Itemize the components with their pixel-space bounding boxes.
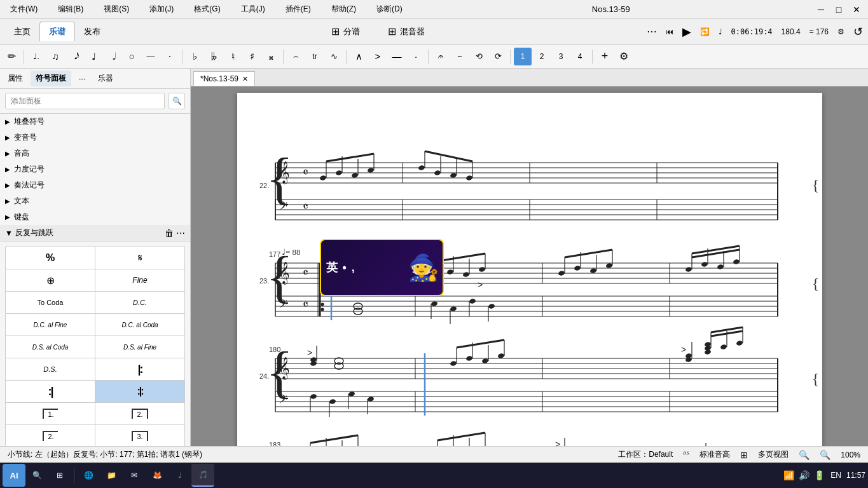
- turn-button[interactable]: ∿: [325, 48, 343, 65]
- doc-tab-close-button[interactable]: ✕: [242, 75, 248, 83]
- double-sharp-button[interactable]: 𝄪: [262, 48, 280, 65]
- score-area[interactable]: 英•, 🧙 22. 23. 24. 25.: [191, 86, 868, 446]
- volume-tray-icon[interactable]: 🔊: [797, 469, 810, 482]
- note-eighth-button[interactable]: ♫: [46, 48, 64, 65]
- app-mail[interactable]: ✉: [123, 464, 146, 487]
- fermata-button[interactable]: 𝄐: [432, 48, 450, 65]
- menu-edit[interactable]: 编辑(B): [53, 3, 88, 16]
- voice4-button[interactable]: 4: [571, 48, 589, 65]
- section-text[interactable]: ▶ 文本: [0, 193, 190, 209]
- maximize-button[interactable]: □: [832, 3, 845, 16]
- section-keyboard[interactable]: ▶ 键盘: [0, 209, 190, 225]
- section-stacked[interactable]: ▶ 堆叠符号: [0, 114, 190, 130]
- to-coda-symbol[interactable]: To Coda: [6, 292, 95, 313]
- menu-view[interactable]: 视图(S): [99, 3, 134, 16]
- toolbar-settings-button[interactable]: ⚙: [615, 48, 633, 65]
- menu-add[interactable]: 添加(J): [144, 3, 179, 16]
- section-articulations[interactable]: ▶ 奏法记号: [0, 177, 190, 193]
- menu-diag[interactable]: 诊断(D): [371, 3, 408, 16]
- tab-properties[interactable]: 属性: [3, 71, 28, 86]
- sharp-button[interactable]: ♯: [243, 48, 261, 65]
- volta-1a-symbol[interactable]: 1.: [6, 403, 95, 424]
- tab-home[interactable]: 主页: [5, 22, 39, 41]
- note-half-button[interactable]: 𝅗𝅥: [104, 48, 121, 65]
- ds-al-coda-symbol[interactable]: D.S. al Coda: [6, 336, 95, 358]
- minimize-button[interactable]: ─: [815, 3, 827, 16]
- repeat-end-start-symbol[interactable]: :|:: [95, 381, 184, 402]
- note-16th-button[interactable]: 𝅘𝅥𝅯: [65, 48, 83, 65]
- tenuto-button[interactable]: —: [388, 48, 406, 65]
- close-button[interactable]: ✕: [850, 3, 863, 16]
- ds-al-fine-symbol[interactable]: D.S. al Fine: [95, 336, 184, 358]
- note-whole-button[interactable]: ○: [123, 48, 141, 65]
- rest-button[interactable]: —: [142, 48, 160, 65]
- battery-tray-icon[interactable]: 🔋: [813, 469, 825, 482]
- add-button[interactable]: +: [596, 48, 614, 65]
- repeat-end-symbol[interactable]: :|: [6, 381, 95, 402]
- doc-tab-active[interactable]: *Nos.13-59 ✕: [193, 71, 255, 86]
- repeat-start-symbol[interactable]: |:: [95, 358, 184, 380]
- language-indicator[interactable]: EN: [828, 471, 844, 480]
- staccato-button[interactable]: ·: [407, 48, 425, 65]
- coda-symbol[interactable]: ⊕: [6, 269, 95, 291]
- mirror-button[interactable]: ⟳: [489, 48, 507, 65]
- trill-button[interactable]: tr: [306, 48, 324, 65]
- loop-icon[interactable]: 🔁: [700, 27, 710, 36]
- tab-instruments[interactable]: 乐器: [93, 71, 118, 86]
- tab-score[interactable]: 乐谱: [39, 22, 75, 41]
- network-tray-icon[interactable]: 📶: [782, 469, 795, 482]
- note-dotted-button[interactable]: ♩.: [27, 48, 45, 65]
- section-repeat-header[interactable]: ▼ 反复与跳跃 🗑 ⋯: [0, 225, 190, 241]
- panel-search-button[interactable]: 🔍: [169, 93, 185, 109]
- menu-plugins[interactable]: 插件(E): [280, 3, 316, 16]
- section-pitch[interactable]: ▶ 音高: [0, 146, 190, 161]
- section-options-button[interactable]: ⋯: [176, 228, 185, 238]
- panel-search-input[interactable]: [5, 93, 165, 109]
- voice3-button[interactable]: 3: [552, 48, 570, 65]
- tab-more-panels[interactable]: ···: [74, 72, 90, 86]
- volta-2-alt-symbol[interactable]: 2.: [6, 425, 95, 446]
- start-button[interactable]: AI: [3, 464, 25, 487]
- app-musescore[interactable]: ♩: [169, 464, 191, 487]
- menu-help[interactable]: 帮助(Z): [326, 3, 361, 16]
- volta-3-symbol[interactable]: 3.: [95, 425, 184, 446]
- undo-button[interactable]: ↺: [853, 25, 863, 39]
- dc-symbol[interactable]: D.C.: [95, 292, 184, 313]
- double-flat-button[interactable]: 𝄫: [205, 48, 223, 65]
- mixer-button[interactable]: ⊞ 混音器: [380, 23, 432, 40]
- menu-tools[interactable]: 工具(J): [236, 3, 270, 16]
- voice2-button[interactable]: 2: [533, 48, 551, 65]
- voice1-button[interactable]: 1: [514, 48, 532, 65]
- section-dynamics[interactable]: ▶ 力度记号: [0, 161, 190, 177]
- arpeggio-button[interactable]: ~: [451, 48, 469, 65]
- double-segno-symbol[interactable]: 𝄋: [95, 247, 184, 269]
- delete-section-button[interactable]: 🗑: [165, 228, 174, 238]
- settings-icon[interactable]: ⚙: [837, 27, 844, 36]
- volta-2-symbol[interactable]: 2.: [95, 403, 184, 424]
- dc-al-fine-symbol[interactable]: D.C. al Fine: [6, 314, 95, 336]
- taskview-button[interactable]: ⊞: [48, 464, 71, 487]
- app-explorer[interactable]: 📁: [100, 464, 123, 487]
- dc-al-coda-symbol[interactable]: D.C. al Coda: [95, 314, 184, 336]
- slur-button[interactable]: ⌢: [287, 48, 305, 65]
- section-accidentals[interactable]: ▶ 变音号: [0, 130, 190, 146]
- score-parts-button[interactable]: ⊞ 分谱: [324, 23, 368, 40]
- segno-symbol[interactable]: %: [6, 247, 95, 269]
- fine-symbol[interactable]: Fine: [95, 269, 184, 291]
- ds-symbol[interactable]: D.S.: [6, 358, 95, 380]
- menu-format[interactable]: 格式(G): [189, 3, 225, 16]
- app-active[interactable]: 🎵: [191, 464, 214, 487]
- rewind-icon[interactable]: ⏮: [666, 27, 673, 36]
- app-browser[interactable]: 🦊: [146, 464, 169, 487]
- natural-button[interactable]: ♮: [224, 48, 242, 65]
- flat-button[interactable]: ♭: [186, 48, 203, 65]
- zoom-in-button[interactable]: 🔍: [820, 450, 830, 460]
- zoom-out-button[interactable]: 🔍: [799, 450, 809, 460]
- search-taskbar-button[interactable]: 🔍: [25, 464, 48, 487]
- app-edge[interactable]: 🌐: [77, 464, 100, 487]
- accent-button[interactable]: >: [369, 48, 387, 65]
- note-quarter-button[interactable]: ♩: [85, 48, 102, 65]
- tab-symbols[interactable]: 符号面板: [31, 71, 71, 86]
- marcato-button[interactable]: ∧: [350, 48, 368, 65]
- metronome-icon[interactable]: ♩: [719, 27, 722, 36]
